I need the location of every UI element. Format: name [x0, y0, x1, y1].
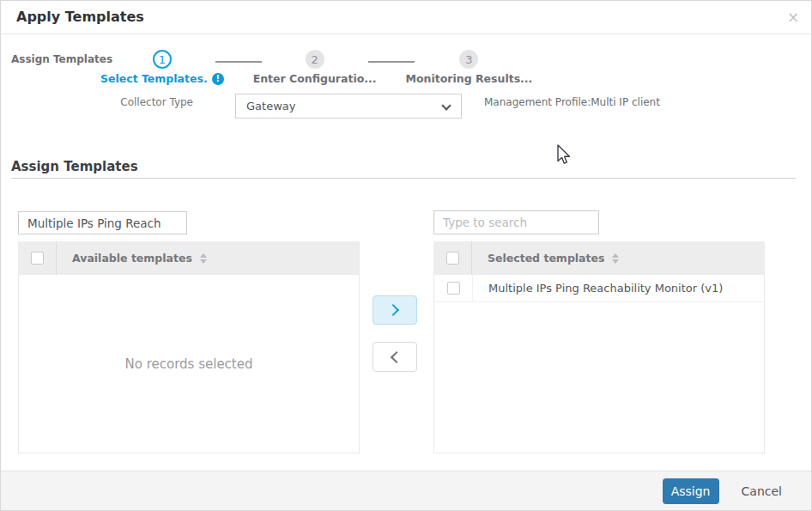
- no-records-text: No records selected: [125, 356, 253, 372]
- chevron-left-icon: [391, 350, 403, 362]
- info-icon[interactable]: !: [212, 73, 224, 85]
- step-2-circle: 2: [306, 50, 324, 69]
- selected-templates-table: Selected templates Multiple IPs Ping Rea…: [433, 241, 765, 453]
- available-search-input[interactable]: [18, 211, 187, 234]
- wizard-label: Assign Templates: [11, 53, 112, 65]
- cancel-button[interactable]: Cancel: [742, 484, 782, 498]
- step-monitoring-results[interactable]: 3 Monitoring Results...: [406, 50, 533, 85]
- available-templates-table: Available templates No records selected: [18, 241, 360, 453]
- chevron-down-icon: [441, 100, 451, 110]
- selected-table-header: Selected templates: [433, 241, 765, 275]
- select-all-selected-checkbox[interactable]: [446, 252, 459, 265]
- step-3-label: Monitoring Results...: [406, 72, 533, 85]
- section-heading: Assign Templates: [11, 159, 138, 174]
- select-all-available-checkbox[interactable]: [31, 252, 44, 265]
- move-left-button[interactable]: [373, 342, 417, 372]
- collector-type-label: Collector Type: [87, 96, 193, 108]
- management-profile-text: Management Profile:Multi IP client: [484, 96, 660, 108]
- step-select-templates[interactable]: 1 Select Templates. !: [100, 50, 224, 85]
- step-3-circle: 3: [459, 50, 478, 69]
- selected-template-name: Multiple IPs Ping Reachability Monitor (…: [473, 275, 764, 301]
- wizard-steps: 1 Select Templates. ! 2 Enter Configurat…: [100, 50, 532, 85]
- sort-icon[interactable]: [612, 253, 619, 264]
- available-table-header: Available templates: [18, 241, 360, 275]
- sort-icon[interactable]: [200, 253, 207, 264]
- collector-type-select[interactable]: Gateway: [235, 94, 462, 119]
- row-checkbox[interactable]: [447, 282, 460, 295]
- selected-templates-column-header[interactable]: Selected templates: [472, 241, 765, 275]
- dialog-title: Apply Templates: [16, 9, 144, 25]
- selected-table-body: Multiple IPs Ping Reachability Monitor (…: [433, 275, 765, 453]
- mouse-cursor: [555, 144, 571, 167]
- section-divider: [11, 178, 796, 179]
- close-icon[interactable]: ×: [784, 8, 803, 27]
- step-enter-configuration[interactable]: 2 Enter Configuratio...: [253, 50, 377, 85]
- assign-button[interactable]: Assign: [663, 478, 719, 504]
- selected-search-input[interactable]: [433, 210, 599, 234]
- available-table-body: No records selected: [18, 275, 360, 453]
- select-all-available-cell: [18, 241, 57, 275]
- row-checkbox-cell: [434, 275, 473, 301]
- dialog-footer: Assign Cancel: [1, 471, 811, 510]
- step-2-label: Enter Configuratio...: [253, 72, 377, 85]
- dialog-header: Apply Templates ×: [1, 1, 811, 34]
- move-right-button[interactable]: [373, 295, 417, 325]
- step-1-label: Select Templates.: [100, 72, 208, 85]
- select-all-selected-cell: [433, 241, 472, 275]
- apply-templates-dialog: { "dialog": { "title": "Apply Templates"…: [0, 0, 812, 511]
- collector-type-value: Gateway: [246, 100, 295, 113]
- chevron-right-icon: [387, 304, 399, 316]
- step-1-circle: 1: [153, 50, 172, 69]
- available-templates-column-header[interactable]: Available templates: [57, 241, 360, 275]
- table-row[interactable]: Multiple IPs Ping Reachability Monitor (…: [434, 275, 764, 302]
